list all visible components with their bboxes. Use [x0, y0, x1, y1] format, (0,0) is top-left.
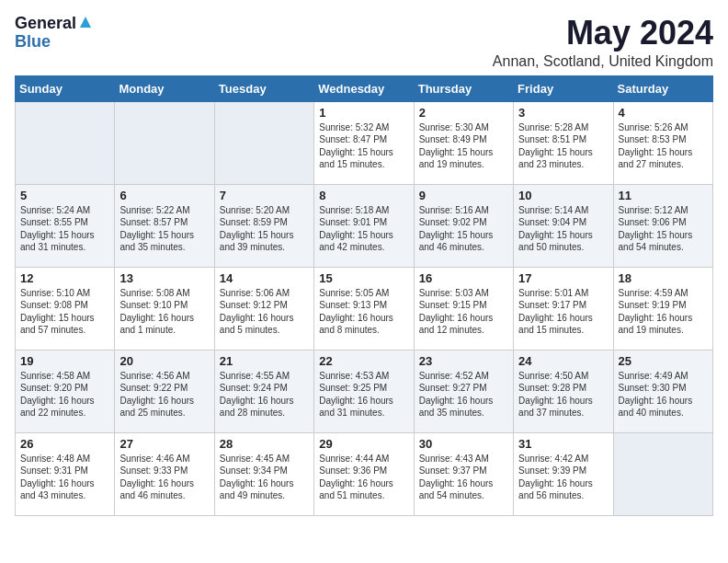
day-number: 27 [119, 437, 209, 451]
day-header-thursday: Thursday [414, 75, 513, 101]
calendar-cell: 25Sunrise: 4:49 AM Sunset: 9:30 PM Dayli… [613, 350, 712, 432]
calendar-week-row: 5Sunrise: 5:24 AM Sunset: 8:55 PM Daylig… [16, 184, 713, 267]
calendar-cell: 11Sunrise: 5:12 AM Sunset: 9:06 PM Dayli… [613, 184, 712, 267]
day-number: 18 [619, 271, 708, 285]
day-info-text: Sunrise: 5:12 AM Sunset: 9:06 PM Dayligh… [619, 204, 708, 254]
calendar-cell: 9Sunrise: 5:16 AM Sunset: 9:02 PM Daylig… [414, 184, 513, 267]
day-number: 2 [419, 106, 508, 120]
day-info-text: Sunrise: 5:24 AM Sunset: 8:55 PM Dayligh… [20, 204, 109, 254]
day-info-text: Sunrise: 4:59 AM Sunset: 9:19 PM Dayligh… [619, 287, 708, 337]
calendar-cell: 3Sunrise: 5:28 AM Sunset: 8:51 PM Daylig… [514, 101, 613, 184]
calendar-cell [115, 101, 214, 184]
calendar-cell: 4Sunrise: 5:26 AM Sunset: 8:53 PM Daylig… [613, 101, 712, 184]
day-number: 5 [20, 189, 109, 202]
day-info-text: Sunrise: 5:22 AM Sunset: 8:57 PM Dayligh… [119, 204, 209, 254]
day-header-sunday: Sunday [16, 75, 115, 101]
day-info-text: Sunrise: 5:08 AM Sunset: 9:10 PM Dayligh… [119, 287, 209, 337]
day-number: 26 [20, 437, 109, 451]
calendar-cell: 29Sunrise: 4:44 AM Sunset: 9:36 PM Dayli… [314, 432, 414, 515]
svg-marker-0 [80, 17, 91, 28]
day-info-text: Sunrise: 5:10 AM Sunset: 9:08 PM Dayligh… [20, 287, 109, 337]
calendar-cell: 15Sunrise: 5:05 AM Sunset: 9:13 PM Dayli… [314, 267, 414, 350]
day-info-text: Sunrise: 4:53 AM Sunset: 9:25 PM Dayligh… [319, 370, 408, 419]
calendar-cell: 23Sunrise: 4:52 AM Sunset: 9:27 PM Dayli… [414, 350, 513, 432]
calendar-cell: 19Sunrise: 4:58 AM Sunset: 9:20 PM Dayli… [16, 350, 115, 432]
day-info-text: Sunrise: 4:45 AM Sunset: 9:34 PM Dayligh… [220, 453, 309, 502]
day-header-monday: Monday [115, 75, 214, 101]
day-header-saturday: Saturday [613, 75, 712, 101]
day-number: 10 [518, 189, 608, 202]
day-info-text: Sunrise: 4:56 AM Sunset: 9:22 PM Dayligh… [119, 370, 209, 419]
location-subtitle: Annan, Scotland, United Kingdom [493, 53, 713, 70]
calendar-cell: 28Sunrise: 4:45 AM Sunset: 9:34 PM Dayli… [214, 432, 313, 515]
day-info-text: Sunrise: 5:32 AM Sunset: 8:47 PM Dayligh… [319, 121, 408, 171]
day-number: 1 [319, 106, 408, 120]
day-info-text: Sunrise: 4:44 AM Sunset: 9:36 PM Dayligh… [319, 453, 408, 502]
calendar-cell [16, 101, 115, 184]
day-info-text: Sunrise: 4:55 AM Sunset: 9:24 PM Dayligh… [220, 370, 309, 419]
calendar-cell: 1Sunrise: 5:32 AM Sunset: 8:47 PM Daylig… [314, 101, 414, 184]
day-number: 31 [518, 437, 608, 451]
day-number: 6 [119, 189, 209, 202]
day-info-text: Sunrise: 5:26 AM Sunset: 8:53 PM Dayligh… [619, 121, 708, 171]
day-info-text: Sunrise: 4:42 AM Sunset: 9:39 PM Dayligh… [518, 453, 608, 502]
day-info-text: Sunrise: 5:14 AM Sunset: 9:04 PM Dayligh… [518, 204, 608, 254]
logo: General Blue [15, 15, 92, 52]
day-info-text: Sunrise: 4:48 AM Sunset: 9:31 PM Dayligh… [20, 453, 109, 502]
calendar-week-row: 26Sunrise: 4:48 AM Sunset: 9:31 PM Dayli… [16, 432, 713, 515]
day-header-wednesday: Wednesday [314, 75, 414, 101]
calendar-cell: 5Sunrise: 5:24 AM Sunset: 8:55 PM Daylig… [16, 184, 115, 267]
day-number: 21 [220, 354, 309, 368]
day-number: 28 [220, 437, 309, 451]
calendar-cell: 27Sunrise: 4:46 AM Sunset: 9:33 PM Dayli… [115, 432, 214, 515]
calendar-cell: 18Sunrise: 4:59 AM Sunset: 9:19 PM Dayli… [613, 267, 712, 350]
calendar-cell: 6Sunrise: 5:22 AM Sunset: 8:57 PM Daylig… [115, 184, 214, 267]
day-number: 3 [518, 106, 608, 120]
calendar-cell: 14Sunrise: 5:06 AM Sunset: 9:12 PM Dayli… [214, 267, 313, 350]
header: General Blue May 2024 Annan, Scotland, U… [15, 15, 713, 70]
day-number: 4 [619, 106, 708, 120]
logo-triangle-icon [79, 16, 92, 32]
calendar-cell: 10Sunrise: 5:14 AM Sunset: 9:04 PM Dayli… [514, 184, 613, 267]
calendar-cell: 16Sunrise: 5:03 AM Sunset: 9:15 PM Dayli… [414, 267, 513, 350]
calendar-cell: 17Sunrise: 5:01 AM Sunset: 9:17 PM Dayli… [514, 267, 613, 350]
day-info-text: Sunrise: 5:01 AM Sunset: 9:17 PM Dayligh… [518, 287, 608, 337]
day-number: 8 [319, 189, 408, 202]
day-info-text: Sunrise: 4:58 AM Sunset: 9:20 PM Dayligh… [20, 370, 109, 419]
calendar-week-row: 1Sunrise: 5:32 AM Sunset: 8:47 PM Daylig… [16, 101, 713, 184]
day-number: 14 [220, 271, 309, 285]
calendar-cell: 13Sunrise: 5:08 AM Sunset: 9:10 PM Dayli… [115, 267, 214, 350]
calendar-cell [214, 101, 313, 184]
calendar-cell [613, 432, 712, 515]
day-info-text: Sunrise: 5:18 AM Sunset: 9:01 PM Dayligh… [319, 204, 408, 254]
logo-blue-text: Blue [15, 33, 51, 52]
title-area: May 2024 Annan, Scotland, United Kingdom [493, 15, 713, 70]
calendar-cell: 26Sunrise: 4:48 AM Sunset: 9:31 PM Dayli… [16, 432, 115, 515]
calendar-cell: 8Sunrise: 5:18 AM Sunset: 9:01 PM Daylig… [314, 184, 414, 267]
day-info-text: Sunrise: 4:46 AM Sunset: 9:33 PM Dayligh… [119, 453, 209, 502]
calendar-cell: 12Sunrise: 5:10 AM Sunset: 9:08 PM Dayli… [16, 267, 115, 350]
day-number: 17 [518, 271, 608, 285]
calendar-cell: 31Sunrise: 4:42 AM Sunset: 9:39 PM Dayli… [514, 432, 613, 515]
day-number: 25 [619, 354, 708, 368]
calendar-cell: 2Sunrise: 5:30 AM Sunset: 8:49 PM Daylig… [414, 101, 513, 184]
day-number: 9 [419, 189, 508, 202]
calendar-table: SundayMondayTuesdayWednesdayThursdayFrid… [15, 75, 713, 516]
day-number: 19 [20, 354, 109, 368]
calendar-week-row: 19Sunrise: 4:58 AM Sunset: 9:20 PM Dayli… [16, 350, 713, 432]
month-year-title: May 2024 [493, 15, 713, 52]
logo-general-text: General [15, 15, 76, 33]
day-info-text: Sunrise: 5:03 AM Sunset: 9:15 PM Dayligh… [419, 287, 508, 337]
day-number: 15 [319, 271, 408, 285]
day-number: 24 [518, 354, 608, 368]
day-info-text: Sunrise: 5:05 AM Sunset: 9:13 PM Dayligh… [319, 287, 408, 337]
day-info-text: Sunrise: 5:20 AM Sunset: 8:59 PM Dayligh… [220, 204, 309, 254]
day-number: 16 [419, 271, 508, 285]
calendar-cell: 22Sunrise: 4:53 AM Sunset: 9:25 PM Dayli… [314, 350, 414, 432]
calendar-cell: 24Sunrise: 4:50 AM Sunset: 9:28 PM Dayli… [514, 350, 613, 432]
day-header-friday: Friday [514, 75, 613, 101]
day-number: 30 [419, 437, 508, 451]
calendar-cell: 20Sunrise: 4:56 AM Sunset: 9:22 PM Dayli… [115, 350, 214, 432]
day-number: 13 [119, 271, 209, 285]
day-number: 7 [220, 189, 309, 202]
